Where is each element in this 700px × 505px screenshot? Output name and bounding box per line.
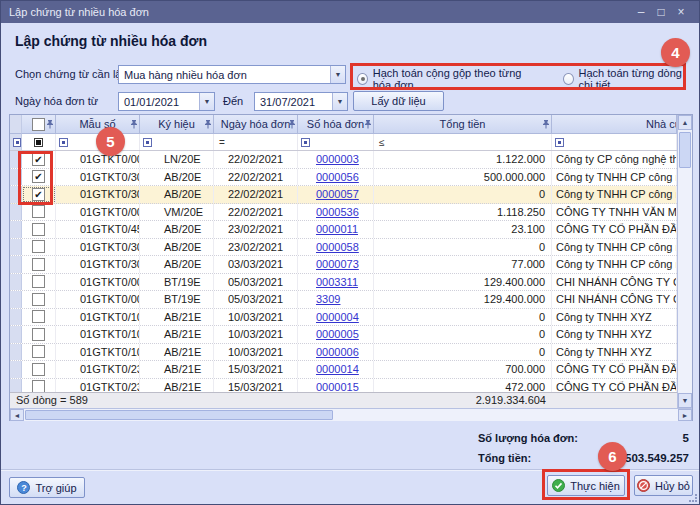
less-equal-operator-icon[interactable]: ≤: [377, 137, 385, 148]
row-indicator: [10, 379, 22, 393]
chevron-down-icon[interactable]: ▼: [332, 93, 347, 110]
row-checkbox[interactable]: [32, 258, 45, 271]
filter-icon[interactable]: [59, 138, 68, 147]
cell-nha-cung-cap: Công ty TNHH CP công ng: [552, 169, 677, 186]
pin-icon[interactable]: [46, 119, 54, 131]
maximize-button[interactable]: □: [651, 5, 671, 19]
row-checkbox[interactable]: [32, 293, 45, 306]
row-checkbox[interactable]: [32, 380, 45, 392]
invoice-number-link[interactable]: 0000056: [316, 171, 359, 183]
cell-ky-hieu: BT/19E: [140, 274, 214, 291]
equals-operator-icon[interactable]: =: [217, 137, 225, 148]
invoice-number-link[interactable]: 0000005: [316, 328, 359, 340]
filter-ky-hieu[interactable]: [140, 134, 214, 150]
row-checkbox[interactable]: [32, 328, 45, 341]
filter-so-hoa-don[interactable]: [298, 134, 374, 150]
vertical-scroll-thumb[interactable]: [679, 132, 691, 168]
table-row[interactable]: 01GTKT0/309AB/20E23/02/202100000580Công …: [10, 239, 677, 257]
minimize-button[interactable]: –: [631, 5, 651, 19]
row-checkbox[interactable]: [32, 310, 45, 323]
load-data-button[interactable]: Lấy dữ liệu: [353, 91, 444, 111]
invoice-number-link[interactable]: 0000015: [316, 381, 359, 393]
horizontal-scrollbar[interactable]: ◄ ►: [10, 408, 692, 421]
close-button[interactable]: ×: [671, 5, 691, 19]
filter-tong-tien[interactable]: ≤: [374, 134, 552, 150]
cell-tong-tien: 77.000: [374, 256, 552, 273]
header-mau-so[interactable]: Mẫu số: [56, 115, 140, 134]
row-checkbox[interactable]: [32, 275, 45, 288]
invoice-number-link[interactable]: 0000006: [316, 346, 359, 358]
question-icon: ?: [17, 481, 30, 494]
filter-icon[interactable]: [34, 138, 43, 147]
date-to-select[interactable]: 31/07/2021 ▼: [254, 92, 348, 111]
table-row[interactable]: 01GTKT0/309AB/20E03/03/2021000007377.000…: [10, 256, 677, 274]
invoice-number-link[interactable]: 0000073: [316, 258, 359, 270]
horizontal-scroll-thumb[interactable]: [25, 410, 333, 420]
row-checkbox[interactable]: [32, 205, 45, 218]
row-checkbox[interactable]: [32, 223, 45, 236]
resize-grip[interactable]: [689, 494, 697, 502]
cell-mau-so: 01GTKT0/309: [56, 239, 140, 256]
cancel-button[interactable]: Hủy bỏ: [634, 475, 693, 496]
table-row[interactable]: 01GTKT0/001BT/19E05/03/20210003311129.40…: [10, 274, 677, 292]
annotation-badge-4: 4: [661, 38, 690, 67]
filter-icon[interactable]: [13, 138, 21, 147]
pin-icon[interactable]: [288, 119, 296, 131]
table-row[interactable]: 01GTKT0/100AB/21E10/03/202100000060Công …: [10, 344, 677, 362]
scroll-down-icon[interactable]: ▼: [678, 393, 692, 408]
pin-icon[interactable]: [130, 119, 138, 131]
cell-tong-tien: 700.000: [374, 361, 552, 378]
table-row[interactable]: 01GTKT0/235AB/21E15/03/20210000015472.00…: [10, 379, 677, 393]
row-indicator: [10, 256, 22, 273]
row-checkbox[interactable]: [32, 345, 45, 358]
cell-mau-so: 01GTKT0/001: [56, 151, 140, 168]
table-row[interactable]: 01GTKT0/235AB/21E15/03/20210000014700.00…: [10, 361, 677, 379]
filter-icon[interactable]: [301, 138, 310, 147]
scroll-left-icon[interactable]: ◄: [10, 409, 24, 421]
table-row[interactable]: 01GTKT0/100AB/21E10/03/202100000040Công …: [10, 309, 677, 327]
pin-icon[interactable]: [204, 119, 212, 131]
invoice-number-link[interactable]: 0000011: [316, 223, 358, 235]
invoice-number-link[interactable]: 3309: [316, 293, 340, 305]
row-checkbox[interactable]: [32, 363, 45, 376]
doc-type-select[interactable]: Mua hàng nhiều hóa đơn ▼: [118, 65, 346, 84]
invoice-number-link[interactable]: 0000004: [316, 311, 359, 323]
header-tong-tien[interactable]: Tổng tiền: [374, 115, 552, 134]
date-from-select[interactable]: 01/01/2021 ▼: [118, 92, 215, 111]
vertical-scrollbar[interactable]: ▲ ▼: [677, 115, 692, 408]
table-row[interactable]: 01GTKT0/001VM/20E22/02/202100005361.118.…: [10, 204, 677, 222]
select-all-checkbox[interactable]: [32, 118, 45, 131]
header-ngay-hoa-don[interactable]: Ngày hóa đơn: [214, 115, 298, 134]
invoice-number-link[interactable]: 0000014: [316, 363, 359, 375]
scroll-right-icon[interactable]: ►: [678, 409, 692, 421]
help-button[interactable]: ? Trợ giúp: [9, 477, 85, 498]
filter-icon[interactable]: [555, 138, 564, 147]
scroll-up-icon[interactable]: ▲: [678, 115, 692, 130]
header-select-all[interactable]: [22, 115, 56, 134]
invoice-number-link[interactable]: 0000058: [316, 241, 359, 253]
filter-nha-cung-cap[interactable]: [552, 134, 677, 150]
table-row[interactable]: 01GTKT0/001BT/19E05/03/20213309129.400.0…: [10, 291, 677, 309]
filter-icon[interactable]: [143, 138, 152, 147]
filter-check[interactable]: [22, 134, 56, 150]
table-row[interactable]: 01GTKT0/455AB/20E23/02/2021000001123.100…: [10, 221, 677, 239]
header-nha-cung-cap[interactable]: Nhà cung cấp: [552, 115, 677, 134]
header-so-hoa-don[interactable]: Số hóa đơn: [298, 115, 374, 134]
table-row[interactable]: ✔01GTKT0/309AB/20E22/02/20210000056500.0…: [10, 169, 677, 187]
invoice-number-link[interactable]: 0000057: [316, 188, 359, 200]
cell-mau-so: 01GTKT0/100: [56, 309, 140, 326]
annotation-box-checkboxes: [18, 151, 53, 205]
cell-ngay-hoa-don: 03/03/2021: [214, 256, 298, 273]
pin-icon[interactable]: [364, 119, 372, 131]
chevron-down-icon[interactable]: ▼: [199, 93, 214, 110]
header-ky-hieu[interactable]: Ký hiệu: [140, 115, 214, 134]
invoice-number-link[interactable]: 0003311: [316, 276, 358, 288]
chevron-down-icon[interactable]: ▼: [330, 66, 345, 83]
table-row[interactable]: ✔01GTKT0/309AB/20E22/02/202100000570Công…: [10, 186, 677, 204]
table-row[interactable]: 01GTKT0/100AB/21E10/03/202100000050Công …: [10, 326, 677, 344]
row-checkbox[interactable]: [32, 240, 45, 253]
filter-ngay-hoa-don[interactable]: =: [214, 134, 298, 150]
invoice-number-link[interactable]: 0000536: [316, 206, 359, 218]
invoice-number-link[interactable]: 0000003: [316, 153, 359, 165]
pin-icon[interactable]: [542, 119, 550, 131]
